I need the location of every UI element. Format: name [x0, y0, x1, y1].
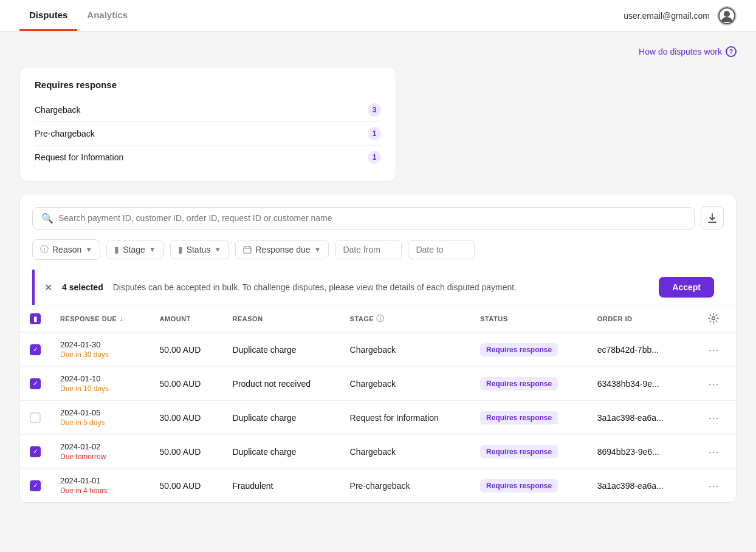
row-response-due: 2024-01-30 Due in 30 days	[50, 333, 150, 367]
th-response-due[interactable]: RESPONSE DUE ↓	[50, 305, 150, 333]
row-stage: Chargeback	[340, 367, 471, 401]
status-badge: Requires response	[480, 445, 558, 458]
tab-analytics[interactable]: Analytics	[77, 0, 137, 31]
summary-row-prechargeback[interactable]: Pre-chargeback 1	[35, 122, 381, 146]
status-badge: Requires response	[480, 343, 558, 356]
row-reason: Duplicate charge	[223, 435, 340, 469]
summary-badge-rfi: 1	[368, 151, 381, 164]
row-date: 2024-01-30	[60, 340, 140, 349]
selection-close-icon[interactable]: ✕	[44, 282, 52, 293]
table-header-row: ▮ RESPONSE DUE ↓ AMOUNT REASON STAGE	[20, 305, 736, 333]
tab-disputes[interactable]: Disputes	[19, 0, 77, 31]
row-order-id: 3a1ac398-ea6a...	[588, 469, 691, 503]
row-ellipsis-button[interactable]: ⋯	[704, 444, 723, 460]
user-email: user.email@gmail.com	[624, 11, 710, 21]
download-button[interactable]	[701, 206, 724, 230]
row-due-label: Due in 10 days	[60, 384, 140, 393]
row-ellipsis-button[interactable]: ⋯	[704, 410, 723, 426]
th-order-id: ORDER ID	[588, 305, 691, 333]
row-checkbox[interactable]: ✓	[30, 378, 41, 389]
th-status: STATUS	[470, 305, 588, 333]
date-to-input[interactable]	[408, 240, 475, 259]
svg-point-6	[712, 317, 715, 320]
row-ellipsis-button[interactable]: ⋯	[704, 376, 723, 392]
row-checkbox-cell: ✓	[20, 367, 50, 401]
summary-row-chargeback[interactable]: Chargeback 3	[35, 98, 381, 122]
row-status: Requires response	[470, 367, 588, 401]
sort-icon: ↓	[119, 315, 123, 323]
row-amount: 50.00 AUD	[150, 367, 223, 401]
row-amount: 30.00 AUD	[150, 401, 223, 435]
row-ellipsis-button[interactable]: ⋯	[704, 342, 723, 358]
status-badge: Requires response	[480, 377, 558, 390]
row-date: 2024-01-05	[60, 408, 140, 417]
search-input[interactable]	[58, 213, 686, 223]
help-link-label: How do disputes work	[639, 47, 722, 56]
row-actions: ⋯	[690, 367, 736, 401]
row-order-id: ec78b42d-7bb...	[588, 333, 691, 367]
user-avatar-icon[interactable]	[717, 6, 737, 26]
th-checkbox: ▮	[20, 305, 50, 333]
nav-right: user.email@gmail.com	[624, 6, 737, 26]
status-filter-label: Status	[187, 245, 211, 254]
row-checkbox-cell: ✓	[20, 333, 50, 367]
row-stage: Chargeback	[340, 435, 471, 469]
help-row: How do disputes work ?	[19, 46, 737, 57]
row-checkbox-cell: ✓	[20, 469, 50, 503]
row-ellipsis-button[interactable]: ⋯	[704, 478, 723, 494]
row-amount: 50.00 AUD	[150, 435, 223, 469]
row-amount: 50.00 AUD	[150, 333, 223, 367]
status-filter-icon: ▮	[178, 245, 183, 254]
row-checkbox[interactable]: ✓	[30, 480, 41, 491]
summary-label-prechargeback: Pre-chargeback	[35, 129, 95, 138]
stage-chevron-icon: ▼	[149, 245, 156, 254]
table-row: 2024-01-05 Due in 5 days 30.00 AUD Dupli…	[20, 401, 736, 435]
accept-button[interactable]: Accept	[659, 277, 714, 298]
selection-count: 4 selected	[62, 282, 103, 292]
row-order-id: 8694bb23-9e6...	[588, 435, 691, 469]
row-checkbox[interactable]: ✓	[30, 446, 41, 457]
th-settings[interactable]	[690, 305, 736, 333]
reason-filter[interactable]: ⓘ Reason ▼	[32, 239, 100, 260]
th-reason: REASON	[223, 305, 340, 333]
row-checkbox[interactable]: ✓	[30, 344, 41, 355]
summary-badge-chargeback: 3	[368, 103, 381, 117]
row-due-label: Due in 5 days	[60, 418, 140, 427]
selection-bar: ✕ 4 selected Disputes can be accepted in…	[32, 270, 724, 305]
status-badge: Requires response	[480, 479, 558, 492]
row-checkbox-cell: ✓	[20, 435, 50, 469]
row-amount: 50.00 AUD	[150, 469, 223, 503]
search-input-wrap[interactable]: 🔍	[32, 207, 695, 230]
search-row: 🔍	[20, 206, 736, 239]
select-all-checkbox[interactable]: ▮	[30, 313, 41, 324]
status-badge: Requires response	[480, 411, 558, 424]
row-checkbox[interactable]	[30, 412, 41, 423]
main-content: How do disputes work ? Requires response…	[0, 32, 756, 517]
th-amount: AMOUNT	[150, 305, 223, 333]
row-reason: Fraudulent	[223, 469, 340, 503]
stage-filter[interactable]: ▮ Stage ▼	[106, 240, 163, 259]
nav-tabs: Disputes Analytics	[19, 0, 137, 31]
stage-info-icon[interactable]: ⓘ	[376, 313, 385, 324]
row-actions: ⋯	[690, 401, 736, 435]
search-icon: 🔍	[41, 213, 53, 224]
table-row: ✓ 2024-01-30 Due in 30 days 50.00 AUD Du…	[20, 333, 736, 367]
disputes-table: ▮ RESPONSE DUE ↓ AMOUNT REASON STAGE	[20, 305, 736, 502]
help-link[interactable]: How do disputes work ?	[639, 46, 737, 57]
row-stage: Request for Information	[340, 401, 471, 435]
row-checkbox-cell	[20, 401, 50, 435]
row-date: 2024-01-02	[60, 442, 140, 451]
row-order-id: 63438hb34-9e...	[588, 367, 691, 401]
date-from-input[interactable]	[335, 240, 402, 259]
stage-filter-icon: ▮	[114, 245, 119, 254]
row-date: 2024-01-01	[60, 476, 140, 485]
row-reason: Product not received	[223, 367, 340, 401]
status-filter[interactable]: ▮ Status ▼	[170, 240, 230, 259]
response-due-filter[interactable]: Response due ▼	[235, 240, 329, 259]
summary-label-rfi: Request for Information	[35, 152, 123, 162]
response-due-label: Response due	[255, 245, 310, 254]
summary-badge-prechargeback: 1	[368, 127, 381, 140]
row-response-due: 2024-01-01 Due in 4 hours	[50, 469, 150, 503]
reason-filter-icon: ⓘ	[40, 244, 49, 255]
summary-row-rfi[interactable]: Request for Information 1	[35, 146, 381, 169]
